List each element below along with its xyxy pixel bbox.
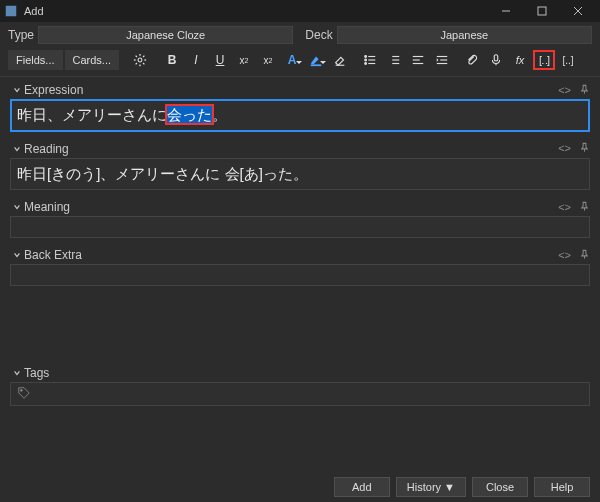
html-toggle-icon[interactable]: <> (558, 249, 571, 262)
field-header[interactable]: Meaning <> (10, 198, 590, 216)
unordered-list-icon[interactable] (359, 50, 381, 70)
tag-icon (17, 386, 31, 403)
tags-section: Tags (10, 364, 590, 406)
text-segment: 。 (212, 106, 227, 123)
svg-rect-0 (6, 6, 17, 17)
field-header[interactable]: Expression <> (10, 81, 590, 99)
svg-point-37 (21, 389, 23, 391)
close-button[interactable] (560, 0, 596, 22)
field-back-extra: Back Extra <> (10, 246, 590, 286)
field-header[interactable]: Reading <> (10, 140, 590, 158)
selected-text: 会った (167, 106, 212, 123)
pin-icon[interactable] (579, 249, 590, 262)
field-expression: Expression <> 昨日、メアリーさんに会った。 (10, 81, 590, 132)
attachment-icon[interactable] (461, 50, 483, 70)
gear-icon[interactable] (129, 50, 151, 70)
app-icon (4, 4, 18, 18)
text-color-icon[interactable]: A (281, 50, 303, 70)
type-selector[interactable]: Japanese Cloze (38, 26, 293, 44)
back-extra-input[interactable] (10, 264, 590, 286)
deck-selector[interactable]: Japanese (337, 26, 592, 44)
highlight-color-icon[interactable] (305, 50, 327, 70)
pin-icon[interactable] (579, 84, 590, 97)
tags-input[interactable] (10, 382, 590, 406)
svg-rect-31 (494, 55, 498, 61)
svg-line-12 (136, 63, 137, 64)
deck-label: Deck (305, 28, 332, 42)
field-label: Reading (24, 142, 558, 156)
html-toggle-icon[interactable]: <> (558, 201, 571, 214)
italic-icon[interactable]: I (185, 50, 207, 70)
align-icon[interactable] (407, 50, 429, 70)
bottom-bar: Add History ▼ Close Help (0, 472, 600, 502)
svg-point-5 (138, 58, 142, 62)
minimize-button[interactable] (488, 0, 524, 22)
cloze-icon[interactable]: [‥] (533, 50, 555, 70)
ordered-list-icon[interactable] (383, 50, 405, 70)
expression-input[interactable]: 昨日、メアリーさんに会った。 (10, 99, 590, 132)
svg-line-11 (143, 63, 144, 64)
field-header[interactable]: Back Extra <> (10, 246, 590, 264)
svg-point-18 (365, 59, 367, 61)
cloze-same-icon[interactable]: [..] (557, 50, 579, 70)
chevron-down-icon (10, 369, 24, 377)
svg-rect-2 (538, 7, 546, 15)
reading-input[interactable]: 昨日[きのう]、メアリーさんに 会[あ]った。 (10, 158, 590, 191)
add-button[interactable]: Add (334, 477, 390, 497)
field-label: Expression (24, 83, 558, 97)
chevron-down-icon (10, 86, 24, 94)
chevron-down-icon (10, 251, 24, 259)
microphone-icon[interactable] (485, 50, 507, 70)
pin-icon[interactable] (579, 201, 590, 214)
cards-button[interactable]: Cards... (65, 50, 120, 70)
meaning-input[interactable] (10, 216, 590, 238)
chevron-down-icon (10, 145, 24, 153)
underline-icon[interactable]: U (209, 50, 231, 70)
maximize-button[interactable] (524, 0, 560, 22)
subscript-icon[interactable]: x2 (257, 50, 279, 70)
field-label: Meaning (24, 200, 558, 214)
editor-toolbar: Fields... Cards... B I U x2 x2 A fx [‥] … (0, 48, 600, 77)
fx-icon[interactable]: fx (509, 50, 531, 70)
pin-icon[interactable] (579, 142, 590, 155)
field-reading: Reading <> 昨日[きのう]、メアリーさんに 会[あ]った。 (10, 140, 590, 191)
text-segment: 昨日、メアリーさんに (17, 106, 167, 123)
superscript-icon[interactable]: x2 (233, 50, 255, 70)
tags-label: Tags (24, 366, 590, 380)
svg-line-10 (136, 56, 137, 57)
window-title: Add (24, 5, 44, 17)
titlebar: Add (0, 0, 600, 22)
html-toggle-icon[interactable]: <> (558, 84, 571, 97)
indent-icon[interactable] (431, 50, 453, 70)
svg-rect-14 (311, 64, 322, 66)
help-button[interactable]: Help (534, 477, 590, 497)
eraser-icon[interactable] (329, 50, 351, 70)
chevron-down-icon (10, 203, 24, 211)
html-toggle-icon[interactable]: <> (558, 142, 571, 155)
history-button[interactable]: History ▼ (396, 477, 466, 497)
field-meaning: Meaning <> (10, 198, 590, 238)
close-dialog-button[interactable]: Close (472, 477, 528, 497)
type-deck-row: Type Japanese Cloze Deck Japanese (0, 22, 600, 48)
field-label: Back Extra (24, 248, 558, 262)
svg-point-20 (365, 63, 367, 65)
editor-main: Expression <> 昨日、メアリーさんに会った。 Reading <> (0, 77, 600, 455)
svg-line-13 (143, 56, 144, 57)
field-header[interactable]: Tags (10, 364, 590, 382)
fields-button[interactable]: Fields... (8, 50, 63, 70)
svg-point-16 (365, 56, 367, 58)
type-label: Type (8, 28, 34, 42)
bold-icon[interactable]: B (161, 50, 183, 70)
